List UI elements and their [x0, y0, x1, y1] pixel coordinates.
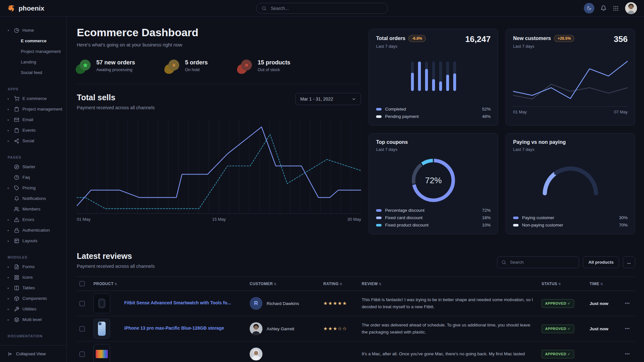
sidebar-subitem-social-feed[interactable]: Social feed [8, 67, 63, 78]
sidebar-item-events[interactable]: ▸Events [8, 125, 63, 136]
sidebar-item-label: Icons [22, 275, 33, 280]
orders-bar-chart [376, 62, 491, 91]
select-all-checkbox[interactable] [79, 281, 85, 286]
global-search[interactable] [256, 3, 388, 14]
sidebar-item-label: Home [22, 28, 34, 33]
sidebar-item-e-commerce[interactable]: ▸E commerce [8, 93, 63, 104]
help-icon [14, 175, 19, 180]
sidebar-item-utilities[interactable]: ▸Utilities [8, 304, 63, 314]
stat-caption: On hold [185, 67, 208, 72]
sidebar-item-authentication[interactable]: ▸Authentication [8, 225, 63, 235]
row-checkbox[interactable] [79, 301, 85, 306]
top-navbar: phoenix [0, 0, 644, 17]
customer-avatar[interactable]: R [250, 297, 262, 310]
sidebar-item-pricing[interactable]: ▸Pricing [8, 183, 63, 193]
theme-toggle-button[interactable] [584, 3, 594, 13]
collapse-view-button[interactable]: Collapsed View [0, 345, 66, 362]
page-title: Ecommerce Dashboard [77, 26, 361, 39]
sidebar-item-faq[interactable]: Faq [8, 172, 63, 183]
cart-icon [14, 96, 19, 101]
legend-value: 72% [482, 208, 491, 213]
paying-legend: Paying customer30%Non-paying customer70% [513, 214, 628, 229]
sidebar-item-starter[interactable]: Starter [8, 161, 63, 172]
legend-row: Paying customer30% [513, 214, 628, 221]
sidebar-section-label: APPS [8, 85, 63, 93]
global-search-input[interactable] [270, 5, 382, 11]
column-header-status[interactable]: STATUS⇅ [539, 277, 587, 291]
sidebar-item-members[interactable]: Members [8, 204, 63, 214]
column-header-product[interactable]: PRODUCT⇅ [91, 277, 247, 291]
sidebar-subitem-e-commerce[interactable]: E commerce [8, 36, 63, 46]
sidebar-item-errors[interactable]: ▸Errors [8, 214, 63, 225]
legend-swatch [376, 108, 382, 111]
notifications-button[interactable] [600, 5, 607, 11]
review-time: Just now [590, 301, 608, 306]
all-products-button[interactable]: All products [583, 256, 619, 268]
compass-icon [14, 164, 19, 169]
sidebar-item-project-management[interactable]: ▸Project management [8, 104, 63, 114]
caret-icon: ▸ [8, 286, 11, 290]
sidebar-subitem-project-management[interactable]: Project management [8, 46, 63, 57]
row-more-button[interactable]: ⋯ [625, 351, 630, 357]
product-thumbnail[interactable] [93, 293, 110, 313]
row-checkbox[interactable] [79, 351, 85, 357]
orders-legend: Completed52%Pending payment48% [376, 105, 491, 120]
legend-label: Paying customer [522, 215, 554, 220]
sidebar-item-multi-level[interactable]: ▸Multi level [8, 314, 63, 325]
product-link[interactable]: iPhone 13 pro max-Pacific Blue-128GB sto… [124, 325, 224, 331]
sidebar-subitem-landing[interactable]: Landing [8, 57, 63, 67]
row-more-button[interactable]: ⋯ [625, 326, 630, 331]
sidebar-item-email[interactable]: ▸Email [8, 114, 63, 125]
user-avatar[interactable] [625, 2, 637, 14]
legend-row: Fixed product discount10% [376, 221, 491, 229]
row-more-button[interactable]: ⋯ [625, 300, 630, 306]
legend-label: Pending payment [385, 114, 419, 119]
customer-avatar[interactable] [250, 348, 262, 360]
legend-value: 18% [482, 215, 491, 220]
row-checkbox[interactable] [79, 326, 85, 332]
new-customers-chart [513, 56, 628, 103]
card-title: Paying vs non paying [513, 139, 566, 145]
caret-icon: ▸ [8, 276, 11, 279]
bar [411, 62, 414, 91]
date-range-select[interactable]: Mar 1 - 31, 2022 [295, 93, 361, 105]
column-header-rating[interactable]: RATING⇅ [321, 277, 359, 291]
dashboard-left-column: Ecommerce Dashboard Here's what's going … [77, 24, 361, 234]
sidebar-item-components[interactable]: ▸Components [8, 293, 63, 304]
brand[interactable]: phoenix [7, 4, 44, 12]
column-header-customer[interactable]: CUSTOMER⇅ [247, 277, 321, 291]
reviews-more-button[interactable]: ... [623, 256, 635, 268]
sidebar-item-forms[interactable]: ▸Forms [8, 261, 63, 272]
sidebar-item-home[interactable]: ▾Home [8, 25, 63, 36]
stat-star-icon [77, 59, 92, 75]
apps-menu-button[interactable] [613, 5, 619, 12]
sidebar-item-tables[interactable]: ▸Tables [8, 283, 63, 293]
sidebar-nav: ▾HomeE commerceProject managementLanding… [0, 17, 66, 345]
stat-caption: Out of stock [258, 67, 290, 72]
sidebar-item-icons[interactable]: ▸Icons [8, 272, 63, 283]
donut-center-label: 72% [409, 156, 457, 204]
status-badge: APPROVED ✓ [542, 350, 574, 358]
total-orders-card: Total orders -6.8% Last 7 days 16,247 Co… [369, 29, 498, 126]
product-thumbnail[interactable] [93, 344, 110, 362]
reviews-search[interactable] [497, 256, 579, 268]
rating-stars: ★★★☆☆ [323, 326, 347, 331]
product-thumbnail[interactable] [93, 319, 110, 339]
legend-label: Completed [385, 107, 406, 111]
sidebar-item-label: Events [22, 128, 36, 133]
sort-icon: ⇅ [379, 282, 382, 286]
product-link[interactable]: Fitbit Sense Advanced Smartwatch with To… [124, 300, 231, 305]
column-header-time[interactable]: TIME⇅ [587, 277, 622, 291]
pie-icon [14, 28, 19, 33]
legend-label: Fixed card discount [385, 215, 423, 220]
legend-label: Fixed product discount [385, 223, 429, 227]
sidebar-item-social[interactable]: ▸Social [8, 136, 63, 146]
column-header-review[interactable]: REVIEW⇅ [359, 277, 539, 291]
sidebar-item-notifications[interactable]: Notifications [8, 193, 63, 204]
reviews-search-input[interactable] [509, 259, 575, 265]
legend-swatch [376, 217, 382, 219]
date-range-value: Mar 1 - 31, 2022 [300, 96, 333, 102]
delta-badge: +26.5% [554, 35, 574, 42]
sidebar-item-layouts[interactable]: ▸Layouts [8, 235, 63, 246]
customer-avatar[interactable] [250, 322, 262, 335]
